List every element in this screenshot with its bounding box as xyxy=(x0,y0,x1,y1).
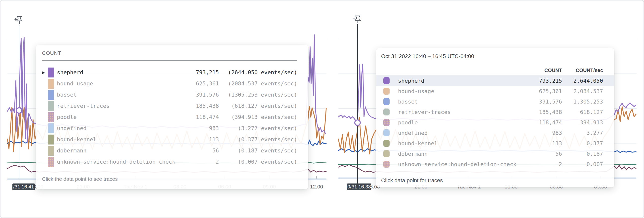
series-swatch xyxy=(48,123,54,133)
list-item[interactable]: ▶ shepherd 793,215 (2644.050 events/sec) xyxy=(42,67,297,78)
series-swatch xyxy=(383,98,390,105)
series-count: 113 xyxy=(525,140,562,147)
tooltip-hint: Click data point for traces xyxy=(381,177,443,184)
column-header-count: COUNT xyxy=(525,67,562,73)
expand-arrow-icon[interactable]: ▶ xyxy=(42,70,48,75)
tooltip-hint: Click the data point to see traces xyxy=(42,176,118,182)
series-rate: (394.913 events/sec) xyxy=(219,114,297,120)
series-name: hound-usage xyxy=(398,88,434,94)
series-count: 793,215 xyxy=(182,69,219,75)
dashboard-card: 8:00 21:00 Tue Nov 1 03:00 06:00 09:00 1… xyxy=(0,0,644,218)
series-swatch xyxy=(48,146,54,156)
table-row[interactable]: unknown_service:hound-deletion-check 2 0… xyxy=(376,159,614,169)
table-header-row: COUNT COUNT/sec xyxy=(376,67,614,73)
list-item[interactable]: dobermann 56 (0.187 events/sec) xyxy=(42,145,297,156)
series-rate: (3.277 events/sec) xyxy=(219,125,297,131)
series-name: hound-usage xyxy=(57,80,93,87)
table-row[interactable]: poodle 118,474 394.913 xyxy=(376,117,614,128)
table-row[interactable]: retriever-traces 185,438 618.127 xyxy=(376,107,614,117)
series-rate: 1,305.253 xyxy=(562,99,603,105)
series-name: hound-kennel xyxy=(398,140,438,147)
list-item[interactable]: poodle 118,474 (394.913 events/sec) xyxy=(42,111,297,123)
series-rate: (0.007 events/sec) xyxy=(219,159,297,165)
series-count: 185,438 xyxy=(182,103,219,109)
pin-icon[interactable] xyxy=(352,14,363,25)
list-item[interactable]: undefined 983 (3.277 events/sec) xyxy=(42,123,297,134)
list-item[interactable]: basset 391,576 (1305.253 events/sec) xyxy=(42,89,297,100)
series-rate: 2,644.050 xyxy=(562,78,603,84)
column-header-count-sec: COUNT/sec xyxy=(562,67,603,73)
table-row[interactable]: dobermann 56 0.187 xyxy=(376,149,614,159)
table-row[interactable]: shepherd 793,215 2,644.050 xyxy=(376,75,614,86)
series-count: 2 xyxy=(182,159,219,165)
series-name: hound-kennel xyxy=(57,136,96,143)
right-datapoint-marker[interactable] xyxy=(355,120,360,125)
list-item[interactable]: hound-usage 625,361 (2084.537 events/sec… xyxy=(42,78,297,89)
series-swatch xyxy=(48,135,54,145)
series-name: retriever-traces xyxy=(57,103,110,109)
series-rate: (618.127 events/sec) xyxy=(219,103,297,109)
series-rate: 0.007 xyxy=(562,161,603,167)
series-swatch xyxy=(383,109,390,115)
series-swatch xyxy=(383,140,390,147)
series-count: 56 xyxy=(525,151,562,157)
tooltip-timerange-title: Oct 31 2022 16:40 – 16:45 UTC-04:00 xyxy=(376,53,614,60)
series-rate: 394.913 xyxy=(562,119,603,126)
series-count: 391,576 xyxy=(182,92,219,98)
series-rate: 618.127 xyxy=(562,109,603,115)
series-rate: (0.377 events/sec) xyxy=(219,136,297,143)
series-swatch xyxy=(383,150,390,157)
series-swatch xyxy=(383,161,390,168)
series-name: shepherd xyxy=(57,69,83,75)
series-rate: (0.187 events/sec) xyxy=(219,148,297,154)
left-tooltip-panel: COUNT ▶ shepherd 793,215 (2644.050 event… xyxy=(36,45,308,189)
series-swatch xyxy=(383,77,390,84)
series-name: basset xyxy=(398,99,418,105)
series-count: 2 xyxy=(525,161,562,167)
series-rate: 0.187 xyxy=(562,151,603,157)
series-name: undefined xyxy=(57,125,86,131)
table-row[interactable]: hound-kennel 113 0.377 xyxy=(376,138,614,149)
series-swatch xyxy=(48,112,54,122)
list-item[interactable]: retriever-traces 185,438 (618.127 events… xyxy=(42,100,297,111)
pin-icon[interactable] xyxy=(14,14,24,26)
series-swatch xyxy=(48,90,54,100)
list-item[interactable]: hound-kennel 113 (0.377 events/sec) xyxy=(42,134,297,145)
series-table: shepherd 793,215 2,644.050 hound-usage 6… xyxy=(376,75,614,169)
series-count: 793,215 xyxy=(525,78,562,84)
series-swatch xyxy=(383,129,390,136)
series-name: unknown_service:hound-deletion-check xyxy=(57,159,176,165)
series-rate: 3.277 xyxy=(562,130,603,136)
series-rate: (1305.253 events/sec) xyxy=(219,92,297,98)
right-crosshair-time-badge: 0/31 16:38 xyxy=(347,184,371,190)
series-swatch xyxy=(48,157,54,167)
tooltip-title: COUNT xyxy=(42,50,297,56)
list-item[interactable]: unknown_service:hound-deletion-check 2 (… xyxy=(42,156,297,167)
series-count: 118,474 xyxy=(525,119,562,126)
series-name: unknown_service:hound-deletion-check xyxy=(398,161,516,167)
left-crosshair-time-badge: /31 16:41 xyxy=(12,184,35,190)
series-name: poodle xyxy=(398,119,418,126)
series-count: 391,576 xyxy=(525,99,562,105)
table-row[interactable]: hound-usage 625,361 2,084.537 xyxy=(376,86,614,96)
table-row[interactable]: basset 391,576 1,305.253 xyxy=(376,96,614,107)
left-datapoint-marker[interactable] xyxy=(16,108,22,113)
series-rate: (2644.050 events/sec) xyxy=(219,69,297,75)
series-swatch xyxy=(48,101,54,111)
series-swatch xyxy=(48,67,54,77)
table-row[interactable]: undefined 983 3.277 xyxy=(376,128,614,138)
series-swatch xyxy=(383,88,390,95)
series-name: undefined xyxy=(398,130,428,136)
series-swatch xyxy=(383,119,390,126)
series-name: poodle xyxy=(57,114,76,120)
series-rate: 2,084.537 xyxy=(562,88,603,94)
series-count: 983 xyxy=(525,130,562,136)
right-tooltip-panel: Oct 31 2022 16:40 – 16:45 UTC-04:00 COUN… xyxy=(376,48,614,188)
series-rate: (2084.537 events/sec) xyxy=(219,80,297,87)
series-name: basset xyxy=(57,92,76,98)
series-rate: 0.377 xyxy=(562,140,603,147)
series-count: 625,361 xyxy=(182,80,219,87)
series-count: 625,361 xyxy=(525,88,562,94)
series-count: 185,438 xyxy=(525,109,562,115)
series-count: 56 xyxy=(182,148,219,154)
